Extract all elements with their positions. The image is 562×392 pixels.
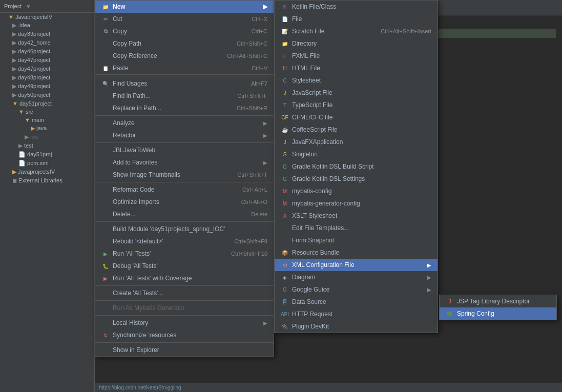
- menu-item-datasource[interactable]: 🗄 Data Source: [275, 296, 438, 308]
- tree-item-day47b[interactable]: ▶ day47project: [0, 65, 94, 73]
- menu-item-coverage[interactable]: ▶ Run 'All Tests' with Coverage: [95, 272, 274, 284]
- menu-item-http[interactable]: API HTTP Request: [275, 308, 438, 320]
- menu-item-run[interactable]: ▶ Run 'All Tests' Ctrl+Shift+F10: [95, 247, 274, 260]
- tree-item-root[interactable]: ▼ JavaprojectsIV: [0, 13, 94, 21]
- folder-icon: ▶: [12, 31, 18, 37]
- menu-item-sync[interactable]: ↻ Synchronize 'resources': [95, 329, 274, 341]
- tree-item-res[interactable]: ▶ res: [0, 133, 94, 141]
- menu-item-build[interactable]: Build Module 'day51projects_spring_IOC': [95, 223, 274, 235]
- menu-item-spring-config[interactable]: 🌿 Spring Config: [440, 307, 556, 320]
- menu-item-form-snapshot[interactable]: Form Snapshot: [275, 234, 438, 246]
- menu-item-find-usages[interactable]: 🔍 Find Usages Alt+F7: [95, 77, 274, 90]
- menu-item-optimize[interactable]: Optimize Imports Ctrl+Alt+O: [95, 196, 274, 208]
- ts-label: TypeScript File: [292, 101, 332, 109]
- menu-item-js[interactable]: J JavaScript File: [275, 87, 438, 99]
- menu-item-scratch[interactable]: 📝 Scratch File Ctrl+Alt+Shift+Insert: [275, 25, 438, 37]
- tree-item-day46[interactable]: ▶ day46project: [0, 47, 94, 56]
- menu-item-ts[interactable]: T TypeScript File: [275, 99, 438, 111]
- menu-item-fxml[interactable]: F FXML File: [275, 50, 438, 62]
- tree-item-day42[interactable]: ▶ day42_home: [0, 38, 94, 47]
- menu-item-favorites[interactable]: Add to Favorites ▶: [95, 156, 274, 169]
- menu-item-create-tests[interactable]: Create 'All Tests'...: [95, 287, 274, 299]
- jsp-tag-label: JSP Tag Library Descriptor: [457, 298, 530, 305]
- copy-shortcut: Ctrl+C: [252, 28, 267, 34]
- paste-icon: 📋: [101, 64, 110, 72]
- menu-item-gradle-settings[interactable]: G Gradle Kotlin DSL Settings: [275, 173, 438, 185]
- menu-item-new[interactable]: 📁 New ▶: [95, 1, 274, 13]
- separator-3: [95, 142, 274, 143]
- menu-item-mybatis-config[interactable]: M mybatis-config: [275, 185, 438, 197]
- menu-item-thumbnails[interactable]: Show Image Thumbnails Ctrl+Shift+T: [95, 169, 274, 181]
- menu-item-analyze[interactable]: Analyze ▶: [95, 117, 274, 129]
- debug-label: Debug 'All Tests': [113, 262, 158, 270]
- menu-item-copy-reference[interactable]: Copy Reference Ctrl+Alt+Shift+C: [95, 50, 274, 62]
- menu-item-reformat[interactable]: Reformat Code Ctrl+Alt+L: [95, 183, 274, 196]
- menu-item-replace-in-path[interactable]: Replace in Path... Ctrl+Shift+R: [95, 102, 274, 114]
- build-icon: [101, 225, 110, 233]
- menu-item-local-history[interactable]: Local History ▶: [95, 317, 274, 329]
- refactor-arrow-icon: ▶: [263, 133, 267, 138]
- menu-item-copy[interactable]: ⧉ Copy Ctrl+C: [95, 25, 274, 37]
- menu-item-guice[interactable]: G Google Guice ▶: [275, 283, 438, 296]
- menu-item-jbl[interactable]: JBLJavaToWeb: [95, 144, 274, 156]
- html-label: HTML File: [292, 65, 320, 72]
- menu-item-singleton[interactable]: S Singleton: [275, 148, 438, 160]
- tree-item-idea[interactable]: ▶ .idea: [0, 21, 94, 30]
- menu-item-copy-path[interactable]: Copy Path Ctrl+Shift+C: [95, 37, 274, 50]
- menu-item-directory[interactable]: 📁 Directory: [275, 37, 438, 50]
- jbl-icon: [101, 146, 110, 154]
- sidebar-dropdown-arrow[interactable]: ▼: [26, 4, 31, 9]
- menu-item-html[interactable]: H HTML File: [275, 62, 438, 74]
- tree-item-external[interactable]: ◼ External Libraries: [0, 176, 94, 185]
- menu-item-coffee[interactable]: ☕ CoffeeScript File: [275, 123, 438, 136]
- tree-item-day48[interactable]: ▶ day48project: [0, 73, 94, 82]
- menu-item-cut[interactable]: ✂ Cut Ctrl+X: [95, 13, 274, 25]
- directory-icon: 📁: [281, 39, 289, 48]
- history-icon: [101, 319, 110, 327]
- menu-item-delete[interactable]: Delete... Delete: [95, 208, 274, 220]
- folder-icon: ▶: [12, 83, 18, 89]
- tree-item-day47a[interactable]: ▶ day47project: [0, 56, 94, 65]
- menu-item-edit-templates[interactable]: Edit File Templates...: [275, 222, 438, 234]
- menu-item-jsp-tag[interactable]: J JSP Tag Library Descriptor: [440, 295, 556, 307]
- menu-item-resource-bundle[interactable]: 📦 Resource Bundle: [275, 246, 438, 259]
- menu-item-explorer[interactable]: Show in Explorer: [95, 344, 274, 356]
- menu-item-kotlin[interactable]: K Kotlin File/Class: [275, 1, 438, 13]
- menu-item-stylesheet[interactable]: C Stylesheet: [275, 74, 438, 87]
- diagram-label: Diagram: [292, 274, 315, 281]
- tree-item-test[interactable]: ▶ test: [0, 141, 94, 150]
- menu-item-cfml[interactable]: CF CFML/CFC file: [275, 111, 438, 123]
- menu-item-javafx[interactable]: J JavaFXApplication: [275, 136, 438, 148]
- tree-item-day51proj-file[interactable]: 📄 day51proj: [0, 150, 94, 159]
- tree-item-main[interactable]: ▼ main: [0, 116, 94, 124]
- favorites-arrow-icon: ▶: [263, 160, 267, 166]
- fxml-label: FXML File: [292, 52, 320, 59]
- tree-item-day50[interactable]: ▶ day50project: [0, 91, 94, 99]
- tree-item-day39[interactable]: ▶ day39project: [0, 30, 94, 38]
- tree-item-root2[interactable]: ▶ JavaprojectsIV: [0, 168, 94, 176]
- menu-item-file[interactable]: 📄 File: [275, 13, 438, 25]
- menu-item-xslt[interactable]: X XSLT Stylesheet: [275, 210, 438, 222]
- gradle-settings-icon: G: [281, 175, 289, 183]
- menu-item-refactor[interactable]: Refactor ▶: [95, 129, 274, 141]
- menu-item-find-in-path[interactable]: Find in Path... Ctrl+Shift+F: [95, 90, 274, 102]
- menu-item-paste[interactable]: 📋 Paste Ctrl+V: [95, 62, 274, 75]
- tree-item-pom[interactable]: 📄 pom.xml: [0, 159, 94, 168]
- menu-item-diagram[interactable]: ◈ Diagram ▶: [275, 271, 438, 283]
- plugin-icon: 🔌: [281, 322, 289, 331]
- gradle-settings-label: Gradle Kotlin DSL Settings: [292, 175, 365, 182]
- menu-item-xml-config[interactable]: ⚙ XML Configuration File ▶: [275, 259, 438, 271]
- analyze-icon: [101, 119, 110, 127]
- tree-item-day51[interactable]: ▼ day51project: [0, 99, 94, 108]
- coffee-icon: ☕: [281, 126, 289, 134]
- menu-item-gradle-build[interactable]: G Gradle Kotlin DSL Build Script: [275, 160, 438, 173]
- run-icon: ▶: [101, 250, 110, 258]
- menu-item-rebuild[interactable]: Rebuild '<default>' Ctrl+Shift+F9: [95, 235, 274, 247]
- menu-item-debug[interactable]: 🐛 Debug 'All Tests': [95, 260, 274, 272]
- menu-item-plugin[interactable]: 🔌 Plugin DevKit: [275, 320, 438, 333]
- menu-item-mybatis-gen-config[interactable]: M mybatis-generator-config: [275, 197, 438, 210]
- tree-item-src[interactable]: ▼ src: [0, 108, 94, 116]
- thumbnails-label: Show Image Thumbnails: [113, 171, 180, 178]
- tree-item-java[interactable]: ▶ java: [0, 124, 94, 133]
- tree-item-day49[interactable]: ▶ day49project: [0, 82, 94, 91]
